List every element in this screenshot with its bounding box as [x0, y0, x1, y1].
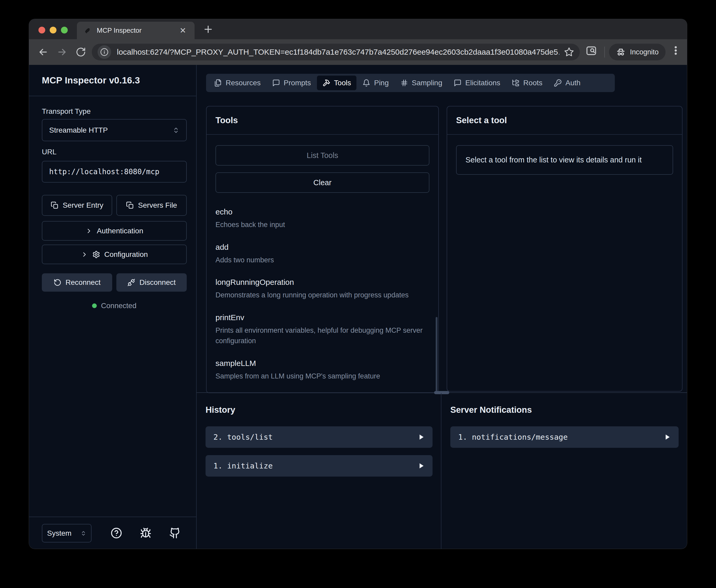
tab-label: Tools: [334, 79, 351, 87]
notification-item-label: 1. notifications/message: [458, 433, 664, 442]
tab-prompts[interactable]: Prompts: [267, 76, 317, 90]
star-icon[interactable]: [564, 47, 574, 57]
scrollbar-thumb[interactable]: [436, 317, 437, 393]
server-url-input[interactable]: [42, 161, 187, 183]
copy-icon: [51, 202, 59, 209]
configuration-toggle[interactable]: Configuration: [42, 245, 187, 264]
tool-name: echo: [216, 207, 429, 216]
tab-auth[interactable]: Auth: [548, 76, 586, 90]
address-bar[interactable]: localhost:6274/?MCP_PROXY_AUTH_TOKEN=ec1…: [92, 44, 580, 60]
new-tab-button[interactable]: [203, 24, 214, 35]
incognito-badge: Incognito: [609, 44, 666, 60]
tab-label: Resources: [226, 79, 261, 87]
main-content: Resources Prompts Tools Ping Sampling: [197, 65, 687, 549]
back-icon[interactable]: [34, 43, 52, 61]
reconnect-button[interactable]: Reconnect: [42, 273, 112, 292]
tab-sampling[interactable]: Sampling: [395, 76, 448, 90]
tab-tools[interactable]: Tools: [317, 76, 356, 90]
list-item[interactable]: printEnv Prints all environment variable…: [216, 313, 429, 346]
authentication-toggle[interactable]: Authentication: [42, 221, 187, 240]
favicon-squiggle: [83, 26, 92, 35]
history-item-label: 1. initialize: [213, 461, 418, 470]
message-square-icon: [454, 79, 461, 87]
folder-tree-icon: [512, 79, 520, 87]
servers-file-button[interactable]: Servers File: [116, 195, 187, 216]
history-item[interactable]: 2. tools/list: [205, 426, 433, 448]
expand-play-icon: [418, 434, 425, 440]
server-entry-label: Server Entry: [63, 201, 104, 210]
tab-roots[interactable]: Roots: [506, 76, 548, 90]
tab-label: Sampling: [412, 79, 442, 87]
message-square-icon: [272, 79, 280, 87]
reload-icon[interactable]: [71, 43, 90, 61]
forward-icon[interactable]: [52, 43, 71, 61]
tool-detail-title: Select a tool: [447, 106, 682, 135]
reconnect-label: Reconnect: [66, 278, 101, 287]
tools-panel-title: Tools: [207, 106, 438, 135]
list-item[interactable]: longRunningOperation Demonstrates a long…: [216, 278, 429, 300]
toolbar-divider: [604, 46, 605, 58]
notification-item[interactable]: 1. notifications/message: [450, 426, 679, 448]
tab-label: Ping: [374, 79, 389, 87]
list-item[interactable]: sampleLLM Samples from an LLM using MCP'…: [216, 359, 429, 382]
history-item[interactable]: 1. initialize: [205, 455, 433, 477]
traffic-light-close-icon[interactable]: [39, 27, 45, 34]
browser-tabstrip: MCP Inspector ✕: [29, 19, 687, 39]
tool-name: sampleLLM: [216, 359, 429, 368]
bug-icon[interactable]: [140, 527, 151, 539]
tool-description: Demonstrates a long running operation wi…: [216, 290, 429, 300]
url-text: localhost:6274/?MCP_PROXY_AUTH_TOKEN=ec1…: [117, 48, 559, 57]
incognito-icon: [616, 47, 626, 57]
clear-button[interactable]: Clear: [216, 172, 429, 193]
files-icon: [214, 79, 222, 87]
tool-description: Echoes back the input: [216, 219, 429, 230]
authentication-label: Authentication: [97, 227, 143, 235]
transport-type-label: Transport Type: [42, 107, 91, 115]
traffic-light-maximize-icon[interactable]: [61, 27, 68, 34]
app-title: MCP Inspector v0.16.3: [29, 65, 196, 96]
tab-label: Auth: [565, 79, 581, 87]
tab-elicitations[interactable]: Elicitations: [448, 76, 506, 90]
gear-icon: [92, 251, 100, 258]
help-circle-icon[interactable]: [111, 527, 122, 539]
traffic-light-minimize-icon[interactable]: [50, 27, 57, 34]
github-icon[interactable]: [169, 527, 181, 539]
browser-window: MCP Inspector ✕ localhost:6274/?MCP_PROX…: [29, 19, 687, 549]
server-entry-button[interactable]: Server Entry: [42, 195, 112, 216]
kebab-menu-icon[interactable]: [670, 45, 681, 56]
tab-close-icon[interactable]: ✕: [178, 26, 188, 36]
tool-name: add: [216, 243, 429, 252]
history-title: History: [205, 405, 433, 415]
mcp-inspector-app: MCP Inspector v0.16.3 Transport Type Str…: [29, 65, 687, 549]
chevrons-up-down-icon: [81, 530, 86, 536]
hash-icon: [400, 79, 408, 87]
tab-search-icon[interactable]: [586, 45, 597, 57]
status-label: Connected: [101, 301, 136, 310]
history-item-label: 2. tools/list: [213, 433, 418, 442]
tab-label: Elicitations: [465, 79, 500, 87]
tab-ping[interactable]: Ping: [357, 76, 394, 90]
browser-tab[interactable]: MCP Inspector ✕: [77, 22, 195, 39]
server-notifications-title: Server Notifications: [450, 405, 679, 415]
rotate-ccw-icon: [53, 278, 62, 287]
disconnect-label: Disconnect: [139, 278, 176, 287]
tool-description: Adds two numbers: [216, 255, 429, 266]
list-item[interactable]: add Adds two numbers: [216, 243, 429, 266]
transport-type-select[interactable]: Streamable HTTP: [42, 119, 187, 141]
transport-type-value: Streamable HTTP: [49, 126, 108, 134]
tool-description: Samples from an LLM using MCP's sampling…: [216, 371, 429, 382]
tab-label: Roots: [523, 79, 542, 87]
list-item[interactable]: echo Echoes back the input: [216, 207, 429, 230]
tab-resources[interactable]: Resources: [209, 76, 266, 90]
tools-panel: Tools List Tools Clear echo Echoes back …: [206, 106, 439, 393]
servers-file-label: Servers File: [138, 201, 177, 210]
theme-select[interactable]: System: [42, 524, 91, 543]
info-icon[interactable]: [97, 45, 111, 59]
configuration-label: Configuration: [104, 250, 148, 259]
tool-detail-panel: Select a tool Select a tool from the lis…: [447, 106, 682, 392]
bell-icon: [363, 79, 370, 87]
status-dot-icon: [92, 303, 97, 308]
expand-play-icon: [418, 462, 425, 469]
disconnect-button[interactable]: Disconnect: [116, 273, 187, 292]
list-tools-button[interactable]: List Tools: [216, 145, 429, 166]
